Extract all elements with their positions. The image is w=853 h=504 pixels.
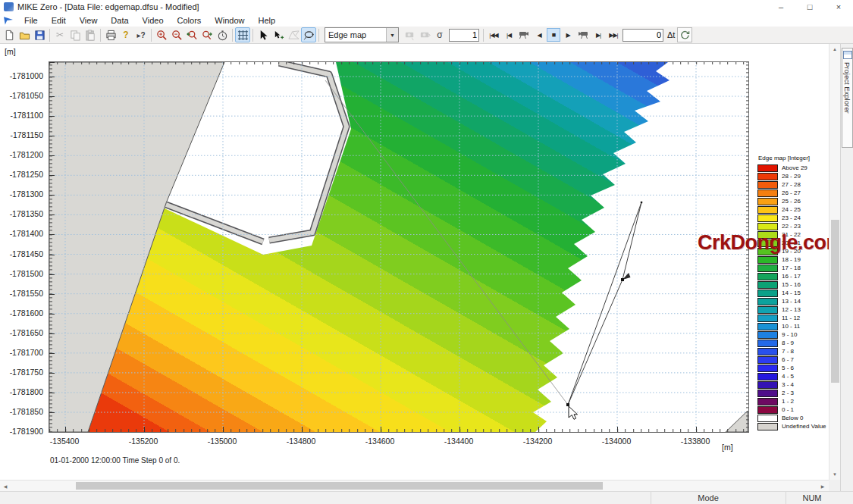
legend-row: 4 - 5 [757,372,829,380]
legend-color-swatch [757,164,778,172]
menu-items: FileEditViewDataVideoColorsWindowHelp [17,14,282,27]
save-icon[interactable] [32,27,47,42]
lasso-select-icon[interactable] [301,27,316,42]
timestep-status: 01-01-2000 12:00:00 Time Step 0 of 0. [50,456,180,465]
legend-row: 27 - 28 [757,180,829,189]
legend-label: 3 - 4 [782,381,794,388]
legend-color-swatch [757,181,778,189]
menu-item[interactable]: Video [136,14,171,27]
legend-color-swatch [757,265,778,272]
horizontal-scrollbar[interactable]: ◀ ▶ [0,480,829,491]
close-button[interactable]: × [824,0,853,14]
statistics-icon[interactable]: σ [432,27,447,42]
refresh-icon[interactable] [677,27,692,42]
legend-label: 1 - 2 [782,398,794,405]
pan-icon[interactable] [215,27,230,42]
frame-number-input[interactable] [449,29,479,42]
export-graphics-icon[interactable] [417,27,432,42]
menu-item[interactable]: Edit [45,14,73,27]
menu-item[interactable]: File [17,14,45,27]
menu-item[interactable]: Help [251,14,282,27]
mesh-select-icon[interactable] [286,27,301,42]
legend-label: Undefined Value [782,423,826,430]
vertical-scrollbar[interactable]: ▲ ▼ [829,44,840,480]
map-view-client: [m] -178100 [0,44,829,480]
menu-bar: FileEditViewDataVideoColorsWindowHelp [0,14,853,27]
zoom-in-icon[interactable] [154,27,169,42]
pointer-icon[interactable] [256,27,271,42]
legend-row: 15 - 16 [757,280,829,289]
save-graphics-icon[interactable] [402,27,417,42]
plot-canvas[interactable] [49,61,749,433]
record-forward-icon[interactable] [575,28,591,42]
legend-label: 22 - 23 [782,223,801,230]
scroll-right-icon[interactable]: ▶ [817,481,828,491]
paste-icon[interactable] [83,27,98,42]
zoom-next-icon[interactable] [199,27,215,42]
copy-icon[interactable] [67,27,83,42]
chevron-down-icon[interactable]: ▼ [386,28,398,42]
menu-item[interactable]: View [73,14,105,27]
print-icon[interactable] [103,27,118,42]
status-bar: Mode NUM [0,491,853,504]
legend-label: 24 - 25 [782,206,801,213]
app-icon [4,2,14,11]
legend-color-swatch [757,214,778,222]
legend-label: 17 - 18 [782,265,801,271]
scrollbar-corner [829,480,840,491]
scroll-down-icon[interactable]: ▼ [829,469,840,480]
legend-color-swatch [757,356,778,364]
legend-row: 25 - 26 [757,197,829,205]
legend-row: 24 - 25 [757,205,829,214]
zoom-previous-icon[interactable] [184,27,199,42]
legend-color-swatch [757,223,778,230]
play-forward-button[interactable]: ▶ [560,28,575,42]
y-tick-label: -1781700 [0,348,43,357]
time-step-input[interactable] [623,29,663,42]
open-file-icon[interactable] [17,27,32,42]
vertical-scroll-thumb[interactable] [831,220,839,383]
menu-item[interactable]: Data [104,14,135,27]
stop-button[interactable]: ■ [547,28,560,42]
legend-label: 13 - 14 [782,298,801,305]
project-explorer-icon [843,51,852,59]
y-tick-label: -1781300 [0,189,43,199]
next-timestep-button[interactable]: ▶| [591,28,606,42]
legend-row: 16 - 17 [757,272,829,280]
y-tick-label: -1781650 [0,328,43,337]
view-selector[interactable]: Edge map ▼ [325,27,399,42]
go-last-timestep-button[interactable]: ▶▶| [606,28,621,42]
select-add-icon[interactable] [271,27,286,42]
help-icon[interactable]: ? [118,27,133,42]
scroll-up-icon[interactable]: ▲ [829,44,840,55]
context-help-icon[interactable]: ▸? [133,27,149,42]
x-tick-label: -135200 [129,437,158,446]
previous-timestep-button[interactable]: |◀ [501,28,516,42]
maximize-button[interactable]: □ [795,0,824,14]
new-file-icon[interactable] [2,27,17,42]
go-first-timestep-button[interactable]: |◀◀ [486,28,501,42]
x-tick-label: -134000 [602,437,632,446]
minimize-button[interactable]: – [767,0,795,14]
y-tick-label: -1781000 [0,71,43,80]
view-selector-value: Edge map [325,30,386,39]
y-tick-label: -1781450 [0,249,43,258]
legend-row: 23 - 24 [757,214,829,222]
horizontal-scroll-thumb[interactable] [76,482,603,490]
mesh-grid-icon[interactable] [235,27,250,42]
legend-color-swatch [757,406,778,414]
menu-item[interactable]: Window [208,14,251,27]
menu-item[interactable]: Colors [171,14,209,27]
record-backward-icon[interactable] [516,28,532,42]
legend-color-swatch [757,206,778,214]
x-tick-label: -135400 [50,437,80,446]
x-tick-label: -134200 [523,437,553,446]
legend-color-swatch [757,306,778,314]
scroll-left-icon[interactable]: ◀ [0,481,11,491]
play-backward-button[interactable]: ◀ [532,28,547,42]
project-explorer-label: Project Explorer [843,62,851,114]
cut-icon[interactable]: ✂ [52,27,67,42]
legend-color-swatch [757,323,778,330]
zoom-out-icon[interactable] [169,27,184,42]
project-explorer-tab[interactable]: Project Explorer [842,48,853,148]
